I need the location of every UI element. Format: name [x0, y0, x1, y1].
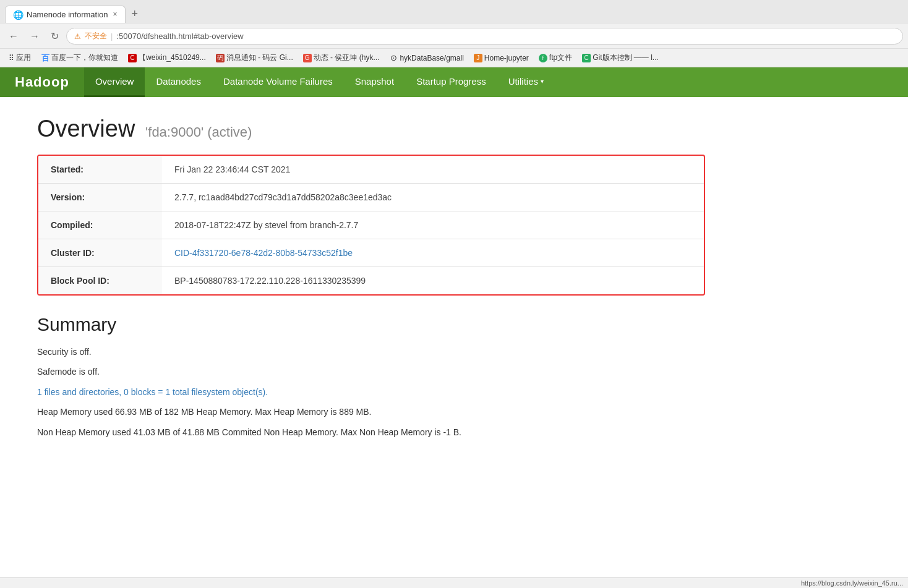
bookmarks-bar: ⠿ 应用 百 百度一下，你就知道 C 【weixin_4510249... 码 …	[0, 48, 908, 67]
git-icon: C	[582, 54, 591, 62]
page-title-text: Overview	[37, 116, 135, 142]
bookmark-dynamic[interactable]: G 动态 - 侯亚坤 (hyk...	[299, 51, 383, 64]
nav-label-volume-failures: Datanode Volume Failures	[223, 76, 333, 87]
tab-favicon: 🌐	[13, 10, 22, 19]
apps-icon: ⠿	[9, 54, 14, 62]
nav-label-utilities-wrapper: Utilities ▾	[508, 76, 544, 87]
bookmark-label: hykDataBase/gmall	[400, 54, 463, 62]
summary-line-4: Non Heap Memory used 41.03 MB of 41.88 M…	[37, 425, 705, 439]
overview-info-box: Started: Fri Jan 22 23:46:44 CST 2021 Ve…	[37, 155, 705, 296]
summary-line-2: 1 files and directories, 0 blocks = 1 to…	[37, 385, 705, 399]
back-button[interactable]: ←	[5, 30, 22, 43]
navbar-nav: Overview Datanodes Datanode Volume Failu…	[84, 67, 555, 97]
navbar-brand[interactable]: Hadoop	[0, 67, 84, 97]
bookmark-apps[interactable]: ⠿ 应用	[5, 51, 35, 64]
nav-label-datanodes: Datanodes	[156, 76, 201, 87]
bookmark-label: 百度一下，你就知道	[51, 53, 118, 63]
row-value-compiled: 2018-07-18T22:47Z by stevel from branch-…	[162, 211, 704, 239]
nav-label-overview: Overview	[95, 76, 134, 87]
forward-button[interactable]: →	[26, 30, 43, 43]
row-label-compiled: Compiled:	[38, 211, 162, 239]
address-bar-row: ← → ↻ ⚠ 不安全 | :50070/dfshealth.html#tab-…	[0, 24, 908, 48]
bookmark-baidu[interactable]: 百 百度一下，你就知道	[37, 51, 122, 64]
bookmark-git[interactable]: C Git版本控制 —— l...	[578, 51, 662, 64]
nav-item-startup-progress[interactable]: Startup Progress	[405, 67, 497, 97]
table-row: Cluster ID: CID-4f331720-6e78-42d2-80b8-…	[38, 239, 704, 267]
row-value-started: Fri Jan 22 23:46:44 CST 2021	[162, 156, 704, 184]
address-text: :50070/dfshealth.html#tab-overview	[116, 32, 895, 41]
nav-label-utilities: Utilities	[508, 76, 538, 87]
bookmark-label: 【weixin_4510249...	[139, 53, 206, 63]
main-content: Overview 'fda:9000' (active) Started: Fr…	[0, 97, 742, 464]
filesystem-link[interactable]: 1 files and directories, 0 blocks = 1 to…	[37, 387, 268, 397]
table-row: Compiled: 2018-07-18T22:47Z by stevel fr…	[38, 211, 704, 239]
bookmark-label: 消息通知 - 码云 Gi...	[226, 53, 293, 63]
bookmark-label: 动态 - 侯亚坤 (hyk...	[314, 53, 380, 63]
row-label-block-pool-id: Block Pool ID:	[38, 267, 162, 295]
row-label-cluster-id: Cluster ID:	[38, 239, 162, 267]
browser-chrome: 🌐 Namenode information × + ← → ↻ ⚠ 不安全 |…	[0, 0, 908, 67]
refresh-button[interactable]: ↻	[47, 29, 62, 43]
nav-item-overview[interactable]: Overview	[84, 67, 145, 97]
summary-line-3: Heap Memory used 66.93 MB of 182 MB Heap…	[37, 405, 705, 419]
security-icon: ⚠	[74, 32, 81, 41]
overview-table: Started: Fri Jan 22 23:46:44 CST 2021 Ve…	[38, 156, 704, 294]
baidu-icon: 百	[41, 54, 49, 62]
nav-item-snapshot[interactable]: Snapshot	[344, 67, 405, 97]
new-tab-button[interactable]: +	[126, 4, 145, 24]
bookmark-label: 应用	[16, 53, 31, 63]
bookmark-gitee[interactable]: 码 消息通知 - 码云 Gi...	[212, 51, 297, 64]
nav-label-startup-progress: Startup Progress	[416, 76, 486, 87]
nav-label-snapshot: Snapshot	[355, 76, 394, 87]
bookmark-weixin[interactable]: C 【weixin_4510249...	[124, 51, 210, 64]
security-label: 不安全	[85, 31, 107, 41]
table-row: Block Pool ID: BP-1450880783-172.22.110.…	[38, 267, 704, 295]
nav-item-utilities[interactable]: Utilities ▾	[497, 67, 555, 97]
summary-line-0: Security is off.	[37, 345, 705, 359]
bookmark-label: Home-jupyter	[484, 54, 529, 62]
tab-bar: 🌐 Namenode information × +	[0, 0, 908, 24]
row-value-cluster-id: CID-4f331720-6e78-42d2-80b8-54733c52f1be	[162, 239, 704, 267]
csdn2-icon: G	[303, 54, 312, 62]
csdn-icon: C	[128, 54, 137, 62]
navbar: Hadoop Overview Datanodes Datanode Volum…	[0, 67, 908, 97]
bookmark-github[interactable]: ⊙ hykDataBase/gmall	[385, 53, 467, 64]
github-icon: ⊙	[389, 54, 398, 62]
summary-content: Security is off. Safemode is off. 1 file…	[37, 345, 705, 439]
summary-line-1: Safemode is off.	[37, 365, 705, 378]
row-value-version: 2.7.7, rc1aad84bd27cd79c3d1a7dd58202a8c3…	[162, 184, 704, 211]
summary-title: Summary	[37, 314, 705, 335]
address-separator: |	[111, 32, 113, 41]
jupyter-icon: J	[474, 54, 482, 62]
row-value-block-pool-id: BP-1450880783-172.22.110.228-16113302353…	[162, 267, 704, 295]
table-row: Started: Fri Jan 22 23:46:44 CST 2021	[38, 156, 704, 184]
table-row: Version: 2.7.7, rc1aad84bd27cd79c3d1a7dd…	[38, 184, 704, 211]
bookmark-label: Git版本控制 —— l...	[593, 53, 659, 63]
bookmark-ftp[interactable]: f ftp文件	[535, 51, 576, 64]
browser-tab[interactable]: 🌐 Namenode information ×	[5, 6, 126, 23]
gitee-icon: 码	[216, 54, 225, 62]
row-label-version: Version:	[38, 184, 162, 211]
row-label-started: Started:	[38, 156, 162, 184]
tab-title: Namenode information	[27, 10, 108, 19]
page-title-subtitle: 'fda:9000' (active)	[142, 124, 252, 140]
page-title: Overview 'fda:9000' (active)	[37, 116, 705, 142]
bookmark-jupyter[interactable]: J Home-jupyter	[470, 53, 533, 64]
dropdown-arrow-icon: ▾	[541, 78, 544, 85]
nav-item-datanode-volume-failures[interactable]: Datanode Volume Failures	[212, 67, 344, 97]
tab-close-button[interactable]: ×	[113, 10, 118, 19]
nav-item-datanodes[interactable]: Datanodes	[145, 67, 212, 97]
ftp-icon: f	[539, 54, 547, 62]
bookmark-label: ftp文件	[549, 53, 572, 63]
cluster-id-link[interactable]: CID-4f331720-6e78-42d2-80b8-54733c52f1be	[174, 248, 353, 258]
address-bar[interactable]: ⚠ 不安全 | :50070/dfshealth.html#tab-overvi…	[66, 28, 903, 45]
